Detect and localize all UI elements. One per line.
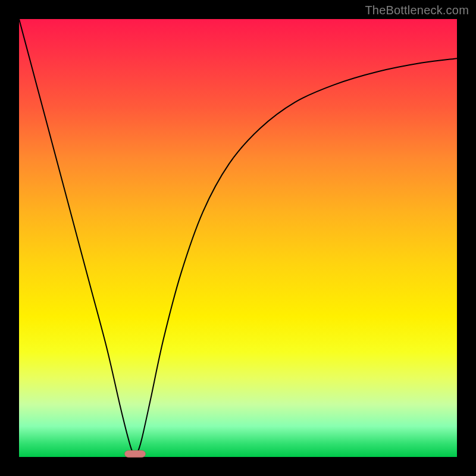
watermark-text: TheBottleneck.com <box>365 4 469 17</box>
chart-svg <box>19 19 457 457</box>
optimal-marker <box>124 450 145 458</box>
plot-area <box>19 19 457 457</box>
chart-frame: TheBottleneck.com <box>0 0 476 476</box>
bottleneck-curve <box>19 19 457 454</box>
